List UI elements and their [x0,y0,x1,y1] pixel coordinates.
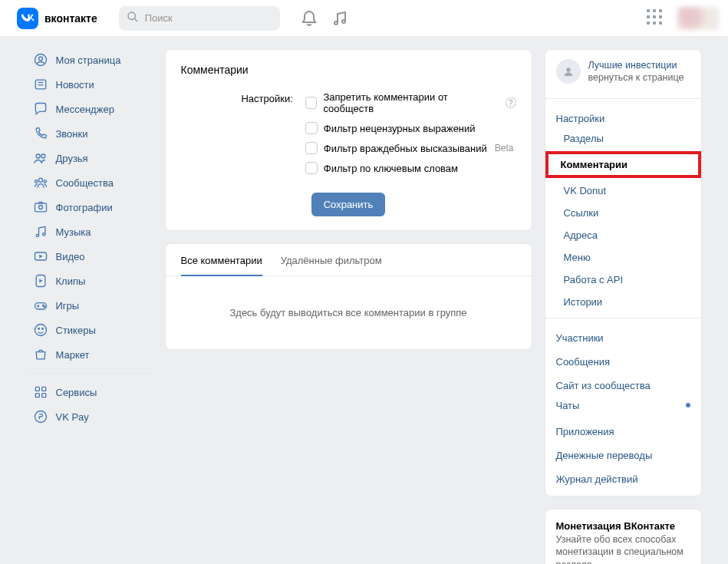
svg-point-12 [35,180,37,183]
sidebar-item-label: Меню [564,252,591,263]
option-keyword-filter[interactable]: Фильтр по ключевым словам [305,162,516,174]
sidebar-item-api[interactable]: Работа с API [545,269,701,291]
svg-point-26 [38,328,39,330]
nav-my-page[interactable]: Моя страница [27,48,153,72]
nav-communities[interactable]: Сообщества [27,170,153,195]
help-icon[interactable]: ? [506,97,516,108]
vk-logo-icon [17,8,38,29]
checkbox-icon [305,142,318,154]
sidebar-item-members[interactable]: Участники [545,323,701,347]
option-hostility-filter[interactable]: Фильтр враждебных высказываний Beta [305,142,516,154]
save-button[interactable]: Сохранить [311,193,386,216]
market-icon [33,347,48,362]
nav-photos[interactable]: Фотографии [27,195,153,219]
checkbox-icon [305,97,318,109]
nav-vkpay[interactable]: VK Pay [27,404,153,429]
nav-stickers[interactable]: Стикеры [27,318,153,342]
sidebar-item-messages[interactable]: Сообщения [545,347,701,371]
friends-icon [33,150,48,166]
nav-clips[interactable]: Клипы [27,269,153,293]
search-box[interactable] [119,6,280,31]
svg-point-9 [36,154,40,158]
svg-point-33 [566,68,570,72]
option-block-community-comments[interactable]: Запретить комментарии от сообществ ? [305,91,516,114]
sidebar-item-label: Денежные переводы [556,450,653,461]
svg-point-2 [334,21,338,25]
current-user-avatar[interactable] [677,7,719,30]
comments-settings-card: Комментарии Настройки: Запретить коммент… [165,49,532,231]
sidebar-settings-header[interactable]: Настройки [545,104,701,127]
search-input[interactable] [145,12,272,24]
nav-calls[interactable]: Звонки [27,121,153,146]
settings-label: Настройки: [181,91,293,174]
notification-dot-icon [686,403,690,407]
sidebar-item-label: Работа с API [564,274,624,285]
nav-video[interactable]: Видео [27,244,153,269]
sidebar-item-menu[interactable]: Меню [545,246,701,269]
nav-label: Стикеры [56,325,96,336]
phone-icon [33,126,48,141]
sidebar-item-payments[interactable]: Денежные переводы [545,440,701,464]
notifications-button[interactable] [294,3,324,34]
svg-rect-28 [35,387,39,391]
community-card: Лучшие инвестиции вернуться к странице Н… [545,49,702,496]
sidebar-item-vkdonut[interactable]: VK Donut [545,180,701,202]
tab-all-comments[interactable]: Все комментарии [181,255,262,275]
nav-messenger[interactable]: Мессенджер [27,97,153,121]
sidebar-item-chats[interactable]: Чаты [545,394,701,417]
sidebar-item-website[interactable]: Сайт из сообщества [545,371,701,394]
svg-line-1 [134,18,137,21]
clips-icon [33,273,48,289]
sidebar-item-label: Чаты [556,400,580,411]
tab-deleted-comments[interactable]: Удалённые фильтром [281,255,382,275]
nav-label: Фотографии [56,202,113,213]
svg-rect-14 [35,203,46,212]
nav-market[interactable]: Маркет [27,342,153,367]
monetization-card: Монетизация ВКонтакте Узнайте обо всех с… [545,509,702,565]
nav-games[interactable]: Игры [27,293,153,318]
sidebar-item-label: Адреса [564,229,598,241]
sidebar-item-label: Истории [564,296,603,308]
community-avatar-icon [556,59,581,84]
option-label: Фильтр враждебных высказываний [324,143,487,154]
nav-label: Игры [56,300,80,312]
svg-point-13 [44,180,46,183]
sidebar-item-sections[interactable]: Разделы [545,127,701,150]
nav-label: Музыка [56,226,91,238]
photos-icon [33,200,48,215]
empty-state-text: Здесь будут выводиться все комментарии в… [166,276,532,349]
services-grid-button[interactable] [647,9,665,28]
profile-icon [33,52,48,68]
messenger-icon [33,101,48,117]
nav-label: Видео [56,251,85,262]
sidebar-item-log[interactable]: Журнал действий [545,464,701,496]
nav-services[interactable]: Сервисы [27,380,153,404]
svg-rect-31 [41,394,45,397]
nav-friends[interactable]: Друзья [27,146,153,170]
svg-point-23 [42,305,44,306]
sidebar-item-apps[interactable]: Приложения [545,417,701,440]
nav-label: Клипы [56,275,86,287]
video-icon [33,249,48,264]
checkbox-icon [305,162,318,174]
svg-rect-29 [41,387,45,391]
svg-rect-30 [35,394,39,397]
svg-point-27 [41,328,43,330]
sidebar-item-comments[interactable]: Комментарии [545,151,701,178]
nav-label: Сообщества [56,177,114,189]
music-button[interactable] [324,3,355,34]
communities-icon [33,175,48,190]
nav-label: Сервисы [56,387,97,398]
sidebar-item-label: Разделы [564,133,604,144]
svg-point-24 [44,306,45,308]
sidebar-item-links[interactable]: Ссылки [545,202,701,224]
svg-point-15 [38,206,42,209]
left-nav: Моя страница Новости Мессенджер Звонки Д… [27,43,153,564]
sidebar-item-addresses[interactable]: Адреса [545,224,701,246]
logo[interactable]: вконтакте [17,8,97,29]
nav-music[interactable]: Музыка [27,219,153,244]
nav-news[interactable]: Новости [27,72,153,97]
community-link[interactable]: Лучшие инвестиции вернуться к странице [545,50,701,94]
sidebar-item-stories[interactable]: Истории [545,291,701,313]
option-profanity-filter[interactable]: Фильтр нецензурных выражений [305,122,516,134]
